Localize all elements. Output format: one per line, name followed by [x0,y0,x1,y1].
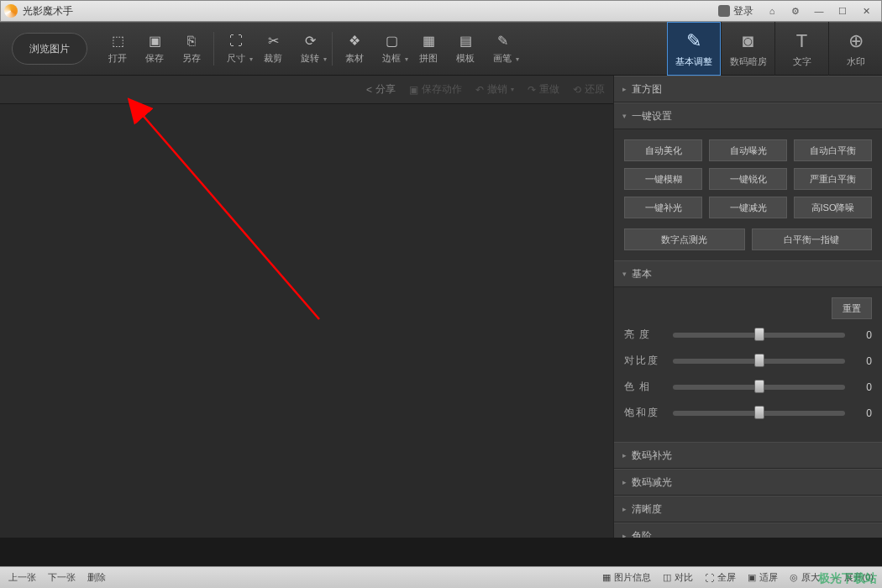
action-share[interactable]: < 分享 [366,82,396,97]
btn-auto-beautify[interactable]: 自动美化 [624,139,702,161]
btn-strong-wb[interactable]: 严重白平衡 [794,168,872,190]
tool-border[interactable]: ▢ 边框 [373,34,410,65]
section-histogram[interactable]: ▸ 直方图 [614,76,882,102]
slider-contrast: 对比度 0 [624,354,872,368]
slider-thumb[interactable] [754,354,764,367]
btn-high-iso[interactable]: 高ISO降噪 [794,197,872,218]
tool-size-label: 尺寸 [227,52,245,65]
watermark-icon: ⊕ [848,30,864,52]
restore-icon: ⟲ [573,84,581,96]
btn-wb-onekey[interactable]: 白平衡一指键 [752,228,873,250]
slider-thumb[interactable] [754,380,764,393]
chevron-right-icon: ▸ [622,85,627,93]
svg-line-0 [130,101,319,319]
tool-save[interactable]: ▣ 保存 [136,34,173,65]
tab-watermark[interactable]: ⊕ 水印 [828,22,882,76]
right-panel: ▸ 直方图 ▾ 一键设置 自动美化 自动曝光 自动白平衡 一键模糊 一键锐化 严… [613,76,882,538]
btn-fit[interactable]: ▣适屏 [748,571,778,584]
section-histogram-label: 直方图 [632,82,662,97]
btn-image-info[interactable]: ▦图片信息 [602,571,651,584]
btn-spot-meter[interactable]: 数字点测光 [624,228,745,250]
tool-saveas[interactable]: ⎘ 另存 [173,34,210,65]
settings-button[interactable]: ⚙ [784,3,807,19]
login-label: 登录 [733,4,753,18]
slider-thumb[interactable] [754,328,764,341]
close-button[interactable]: ✕ [854,3,878,19]
chevron-down-icon: ▾ [622,270,627,278]
section-clarity[interactable]: ▸ 清晰度 [614,496,882,522]
btn-compare[interactable]: ◫对比 [663,571,693,584]
tool-rotate[interactable]: ⟳ 旋转 [291,34,328,65]
action-restore[interactable]: ⟲ 还原 [573,82,605,97]
action-save-action-label: 保存动作 [422,82,462,97]
canvas-area[interactable]: < 分享 ▣ 保存动作 ↶ 撤销 ▾ ↷ 重做 ⟲ 还原 [0,76,613,538]
tool-template[interactable]: ▤ 模板 [447,34,484,65]
chevron-up-icon: ︿ [832,571,841,584]
slider-brightness-track[interactable] [673,333,845,338]
btn-fill-light[interactable]: 一键补光 [624,197,702,218]
btn-original[interactable]: ◎原大 [790,571,820,584]
section-digital-fill[interactable]: ▸ 数码补光 [614,442,882,469]
tab-darkroom[interactable]: ◙ 数码暗房 [721,22,774,76]
btn-next[interactable]: 下一张 [48,571,76,584]
tab-basic-adjust[interactable]: ✎ 基本调整 [667,22,721,76]
tool-save-label: 保存 [145,52,164,65]
btn-original-label: 原大 [801,571,820,584]
action-restore-label: 还原 [585,82,605,97]
slider-contrast-label: 对比度 [624,354,666,368]
tool-material[interactable]: ❖ 素材 [336,34,373,65]
slider-brightness-label: 亮度 [624,328,666,342]
home-button[interactable]: ⌂ [760,3,784,19]
info-icon: ▦ [602,572,611,583]
section-digital-dim[interactable]: ▸ 数码减光 [614,469,882,496]
btn-fullscreen[interactable]: ⛶全屏 [705,571,736,584]
browse-button[interactable]: 浏览图片 [12,33,87,65]
section-oneclick[interactable]: ▾ 一键设置 [614,102,882,129]
tool-saveas-label: 另存 [182,52,201,65]
chevron-down-icon: ▾ [511,86,514,93]
btn-blur[interactable]: 一键模糊 [624,168,702,190]
slider-saturation-value: 0 [852,407,872,419]
maximize-button[interactable]: ☐ [831,3,854,19]
btn-reduce-light[interactable]: 一键减光 [709,197,787,218]
btn-auto-exposure[interactable]: 自动曝光 [709,139,787,161]
action-undo[interactable]: ↶ 撤销 ▾ [475,82,514,97]
tab-text[interactable]: T 文字 [774,22,828,76]
compare-icon: ◫ [663,572,671,583]
tool-collage[interactable]: ▦ 拼图 [410,34,447,65]
section-basic[interactable]: ▾ 基本 [614,260,882,287]
action-share-label: 分享 [375,82,396,97]
tool-template-label: 模板 [456,52,475,65]
chevron-right-icon: ▸ [622,505,627,513]
tool-material-label: 素材 [345,52,364,65]
btn-reset[interactable]: 重置 [832,297,872,319]
slider-hue-track[interactable] [673,385,845,390]
mode-tabs: ✎ 基本调整 ◙ 数码暗房 T 文字 ⊕ 水印 [667,22,882,76]
minimize-button[interactable]: — [807,3,831,19]
btn-auto-wb[interactable]: 自动白平衡 [794,139,872,161]
tool-crop[interactable]: ✂ 裁剪 [255,34,291,65]
tool-open[interactable]: ⬚ 打开 [99,34,136,65]
slider-hue-value: 0 [852,381,872,393]
slider-saturation-track[interactable] [673,411,845,416]
tab-basic-adjust-label: 基本调整 [675,55,712,68]
border-icon: ▢ [384,34,399,49]
btn-sharpen[interactable]: 一键锐化 [709,168,787,190]
action-save-action[interactable]: ▣ 保存动作 [409,82,462,97]
btn-expand[interactable]: ︿展开(0) [832,571,874,584]
toolbar-separator [213,32,214,66]
section-levels[interactable]: ▸ 色阶 [614,522,882,538]
collage-icon: ▦ [421,34,436,49]
tool-size[interactable]: ⛶ 尺寸 [218,34,255,65]
crop-icon: ✂ [265,34,281,49]
slider-thumb[interactable] [754,406,764,419]
action-undo-label: 撤销 [487,82,507,97]
action-redo[interactable]: ↷ 重做 [528,82,559,97]
template-icon: ▤ [458,34,473,49]
redo-icon: ↷ [528,84,536,96]
tool-brush[interactable]: ✎ 画笔 [484,34,521,65]
btn-delete[interactable]: 删除 [87,571,106,584]
slider-contrast-track[interactable] [673,359,845,364]
login-area[interactable]: 登录 [718,4,753,18]
btn-prev[interactable]: 上一张 [8,571,36,584]
